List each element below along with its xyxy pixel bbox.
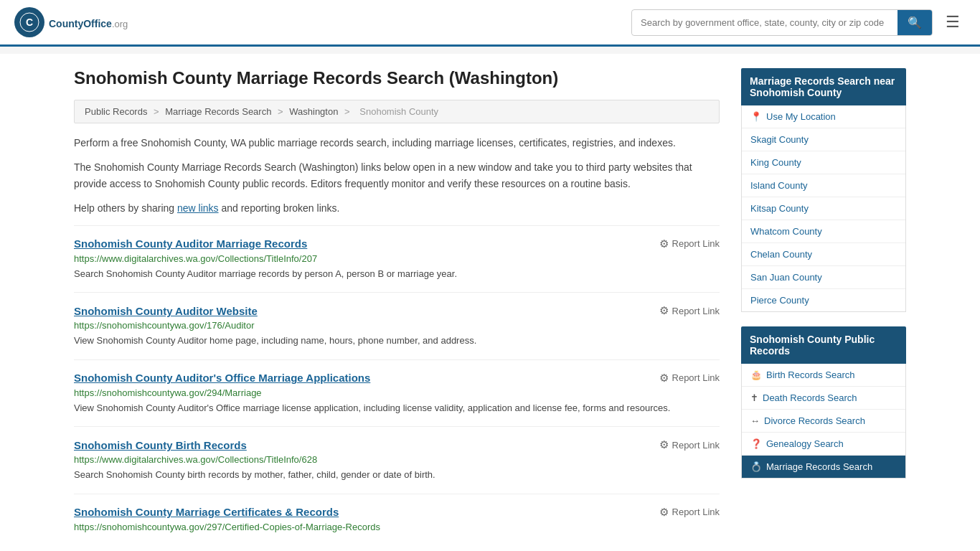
report-label: Report Link bbox=[672, 238, 720, 249]
result-url: https://snohomishcountywa.gov/294/Marria… bbox=[74, 387, 720, 398]
result-item: Snohomish County Auditor Website ⚙ Repor… bbox=[74, 292, 720, 359]
sidebar-nearby-title: Marriage Records Search near Snohomish C… bbox=[741, 68, 906, 105]
menu-icon[interactable]: ☰ bbox=[940, 10, 966, 34]
svg-text:C: C bbox=[26, 17, 33, 28]
description-2: The Snohomish County Marriage Records Se… bbox=[74, 159, 720, 192]
sidebar-public-title: Snohomish County Public Records bbox=[741, 326, 906, 364]
nearby-item-link[interactable]: Island County bbox=[750, 180, 808, 191]
report-label: Report Link bbox=[672, 507, 720, 517]
public-item-link[interactable]: Marriage Records Search bbox=[766, 461, 872, 472]
result-title-row: Snohomish County Auditor's Office Marria… bbox=[74, 372, 720, 385]
sidebar-nearby-list: 📍Use My LocationSkagit CountyKing County… bbox=[741, 105, 906, 312]
breadcrumb: Public Records > Marriage Records Search… bbox=[74, 100, 720, 123]
nearby-item-link[interactable]: King County bbox=[750, 157, 801, 168]
public-item-link[interactable]: Birth Records Search bbox=[766, 369, 855, 380]
result-title-row: Snohomish County Marriage Certificates &… bbox=[74, 506, 720, 519]
public-item-icon: 🎂 bbox=[750, 369, 762, 380]
results-container: Snohomish County Auditor Marriage Record… bbox=[74, 225, 720, 547]
description-3: Help others by sharing new links and rep… bbox=[74, 200, 720, 216]
nearby-item-link[interactable]: Use My Location bbox=[766, 111, 836, 122]
public-item-link[interactable]: Divorce Records Search bbox=[764, 415, 865, 426]
main-container: Snohomish County Marriage Records Search… bbox=[60, 54, 920, 551]
result-title-link[interactable]: Snohomish County Auditor Website bbox=[74, 305, 258, 317]
result-item: Snohomish County Auditor Marriage Record… bbox=[74, 225, 720, 293]
sidebar-nearby-item[interactable]: San Juan County bbox=[742, 266, 905, 289]
result-item: Snohomish County Auditor's Office Marria… bbox=[74, 359, 720, 427]
report-icon: ⚙ bbox=[659, 304, 669, 317]
result-url: https://snohomishcountywa.gov/176/Audito… bbox=[74, 320, 720, 331]
sidebar-public-item[interactable]: 💍Marriage Records Search bbox=[742, 456, 905, 478]
report-label: Report Link bbox=[672, 372, 720, 383]
sidebar-public-item[interactable]: 🎂Birth Records Search bbox=[742, 364, 905, 387]
report-link[interactable]: ⚙ Report Link bbox=[659, 506, 720, 519]
sidebar-nearby-item[interactable]: 📍Use My Location bbox=[742, 105, 905, 128]
sidebar-nearby-item[interactable]: Skagit County bbox=[742, 128, 905, 151]
nearby-item-link[interactable]: Kitsap County bbox=[750, 203, 809, 214]
logo-icon: C bbox=[14, 7, 44, 37]
sidebar: Marriage Records Search near Snohomish C… bbox=[741, 68, 906, 547]
breadcrumb-washington[interactable]: Washington bbox=[289, 106, 338, 117]
sidebar-nearby-item[interactable]: King County bbox=[742, 151, 905, 174]
result-url: https://www.digitalarchives.wa.gov/Colle… bbox=[74, 454, 720, 465]
page-title: Snohomish County Marriage Records Search… bbox=[74, 68, 720, 88]
public-item-link[interactable]: Death Records Search bbox=[763, 392, 857, 403]
result-title-row: Snohomish County Auditor Marriage Record… bbox=[74, 237, 720, 250]
main-content: Snohomish County Marriage Records Search… bbox=[74, 68, 720, 547]
sidebar-public-item[interactable]: ❓Genealogy Search bbox=[742, 433, 905, 456]
site-header: C CountyOffice.org 🔍 ☰ bbox=[0, 0, 980, 47]
search-input[interactable] bbox=[632, 11, 897, 34]
logo-area[interactable]: C CountyOffice.org bbox=[14, 7, 128, 37]
breadcrumb-marriage-records[interactable]: Marriage Records Search bbox=[165, 106, 271, 117]
result-desc: Search Snohomish County birth records by… bbox=[74, 468, 720, 482]
result-desc: View Snohomish County Auditor home page,… bbox=[74, 334, 720, 348]
sidebar-public-list: 🎂Birth Records Search✝Death Records Sear… bbox=[741, 364, 906, 479]
breadcrumb-public-records[interactable]: Public Records bbox=[85, 106, 147, 117]
result-title-link[interactable]: Snohomish County Auditor Marriage Record… bbox=[74, 237, 307, 250]
result-url: https://www.digitalarchives.wa.gov/Colle… bbox=[74, 253, 720, 264]
report-label: Report Link bbox=[672, 440, 720, 451]
report-icon: ⚙ bbox=[659, 438, 669, 451]
logo-text: CountyOffice.org bbox=[49, 14, 128, 31]
location-icon: 📍 bbox=[750, 111, 762, 122]
sidebar-nearby-item[interactable]: Whatcom County bbox=[742, 220, 905, 243]
sub-header-stripe bbox=[0, 47, 980, 54]
nearby-item-link[interactable]: Chelan County bbox=[750, 249, 812, 260]
new-links-link[interactable]: new links bbox=[177, 202, 219, 214]
search-button[interactable]: 🔍 bbox=[897, 10, 932, 35]
sidebar-nearby-item[interactable]: Kitsap County bbox=[742, 197, 905, 220]
search-bar: 🔍 bbox=[631, 9, 933, 36]
sidebar-public-section: Snohomish County Public Records 🎂Birth R… bbox=[741, 326, 906, 479]
report-label: Report Link bbox=[672, 306, 720, 316]
breadcrumb-current: Snohomish County bbox=[359, 106, 438, 117]
sidebar-nearby-item[interactable]: Pierce County bbox=[742, 289, 905, 311]
report-link[interactable]: ⚙ Report Link bbox=[659, 237, 720, 250]
nearby-item-link[interactable]: San Juan County bbox=[750, 272, 822, 283]
result-title-link[interactable]: Snohomish County Birth Records bbox=[74, 439, 247, 451]
nearby-item-link[interactable]: Whatcom County bbox=[750, 226, 822, 237]
public-item-link[interactable]: Genealogy Search bbox=[766, 438, 844, 449]
result-title-row: Snohomish County Auditor Website ⚙ Repor… bbox=[74, 304, 720, 317]
sidebar-nearby-item[interactable]: Chelan County bbox=[742, 243, 905, 266]
description-1: Perform a free Snohomish County, WA publ… bbox=[74, 135, 720, 151]
result-title-link[interactable]: Snohomish County Marriage Certificates &… bbox=[74, 506, 339, 518]
report-link[interactable]: ⚙ Report Link bbox=[659, 304, 720, 317]
result-desc: Search Snohomish County Auditor marriage… bbox=[74, 267, 720, 281]
public-item-icon: ↔ bbox=[750, 415, 760, 426]
report-link[interactable]: ⚙ Report Link bbox=[659, 438, 720, 451]
result-url: https://snohomishcountywa.gov/297/Certif… bbox=[74, 522, 720, 532]
nearby-item-link[interactable]: Skagit County bbox=[750, 134, 809, 145]
sidebar-public-item[interactable]: ↔Divorce Records Search bbox=[742, 410, 905, 433]
header-right: 🔍 ☰ bbox=[631, 9, 966, 36]
report-link[interactable]: ⚙ Report Link bbox=[659, 372, 720, 385]
result-item: Snohomish County Marriage Certificates &… bbox=[74, 494, 720, 547]
report-icon: ⚙ bbox=[659, 237, 669, 250]
sidebar-public-item[interactable]: ✝Death Records Search bbox=[742, 387, 905, 410]
sidebar-nearby-item[interactable]: Island County bbox=[742, 174, 905, 197]
public-item-icon: 💍 bbox=[750, 461, 762, 472]
result-desc: View Snohomish County Auditor's Office m… bbox=[74, 401, 720, 415]
result-title-row: Snohomish County Birth Records ⚙ Report … bbox=[74, 438, 720, 451]
nearby-item-link[interactable]: Pierce County bbox=[750, 295, 809, 306]
result-title-link[interactable]: Snohomish County Auditor's Office Marria… bbox=[74, 372, 370, 384]
report-icon: ⚙ bbox=[659, 372, 669, 385]
report-icon: ⚙ bbox=[659, 506, 669, 519]
